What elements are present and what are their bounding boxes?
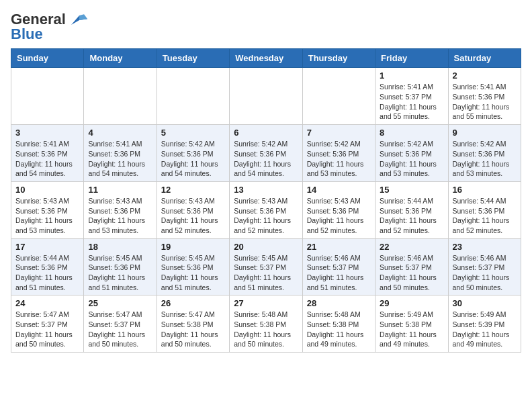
day-info: Sunrise: 5:47 AM Sunset: 5:38 PM Dayligh…: [161, 310, 225, 349]
calendar-cell: 16Sunrise: 5:44 AM Sunset: 5:36 PM Dayli…: [448, 181, 521, 238]
calendar-cell: 6Sunrise: 5:42 AM Sunset: 5:36 PM Daylig…: [230, 125, 302, 182]
calendar-cell: 28Sunrise: 5:48 AM Sunset: 5:38 PM Dayli…: [302, 295, 375, 353]
calendar-cell: 1Sunrise: 5:41 AM Sunset: 5:37 PM Daylig…: [375, 68, 448, 125]
day-number: 30: [453, 298, 517, 308]
calendar-cell: 13Sunrise: 5:43 AM Sunset: 5:36 PM Dayli…: [230, 181, 302, 238]
day-info: Sunrise: 5:43 AM Sunset: 5:36 PM Dayligh…: [15, 196, 79, 236]
calendar-cell: 4Sunrise: 5:41 AM Sunset: 5:36 PM Daylig…: [84, 125, 157, 182]
day-info: Sunrise: 5:43 AM Sunset: 5:36 PM Dayligh…: [161, 196, 225, 236]
day-number: 14: [307, 185, 371, 195]
day-info: Sunrise: 5:45 AM Sunset: 5:37 PM Dayligh…: [234, 253, 298, 293]
day-info: Sunrise: 5:41 AM Sunset: 5:36 PM Dayligh…: [15, 139, 79, 179]
day-number: 29: [380, 298, 443, 308]
day-number: 17: [15, 242, 79, 252]
day-number: 9: [453, 128, 517, 138]
calendar-cell: 25Sunrise: 5:47 AM Sunset: 5:37 PM Dayli…: [84, 295, 157, 353]
calendar-cell: 19Sunrise: 5:45 AM Sunset: 5:36 PM Dayli…: [157, 238, 229, 295]
day-number: 8: [380, 128, 443, 138]
day-info: Sunrise: 5:46 AM Sunset: 5:37 PM Dayligh…: [307, 253, 371, 293]
day-info: Sunrise: 5:45 AM Sunset: 5:36 PM Dayligh…: [161, 253, 225, 293]
day-number: 2: [453, 71, 517, 81]
day-info: Sunrise: 5:43 AM Sunset: 5:36 PM Dayligh…: [88, 196, 152, 236]
day-number: 6: [234, 128, 298, 138]
weekday-header-wednesday: Wednesday: [230, 49, 302, 68]
logo-bird-icon: [71, 14, 89, 26]
day-number: 22: [380, 242, 443, 252]
calendar-cell: 17Sunrise: 5:44 AM Sunset: 5:36 PM Dayli…: [11, 238, 84, 295]
calendar-cell: 24Sunrise: 5:47 AM Sunset: 5:37 PM Dayli…: [11, 295, 84, 353]
day-number: 4: [88, 128, 152, 138]
day-info: Sunrise: 5:49 AM Sunset: 5:38 PM Dayligh…: [380, 310, 443, 349]
day-number: 21: [307, 242, 371, 252]
weekday-header-tuesday: Tuesday: [157, 49, 229, 68]
calendar-cell: 29Sunrise: 5:49 AM Sunset: 5:38 PM Dayli…: [375, 295, 448, 353]
day-info: Sunrise: 5:43 AM Sunset: 5:36 PM Dayligh…: [234, 196, 298, 236]
day-info: Sunrise: 5:44 AM Sunset: 5:36 PM Dayligh…: [453, 196, 517, 236]
day-info: Sunrise: 5:41 AM Sunset: 5:36 PM Dayligh…: [88, 139, 152, 179]
calendar-week-row: 24Sunrise: 5:47 AM Sunset: 5:37 PM Dayli…: [11, 295, 521, 353]
calendar-table: SundayMondayTuesdayWednesdayThursdayFrid…: [11, 48, 521, 353]
calendar-cell: 7Sunrise: 5:42 AM Sunset: 5:36 PM Daylig…: [302, 125, 375, 182]
calendar-cell: 27Sunrise: 5:48 AM Sunset: 5:38 PM Dayli…: [230, 295, 302, 353]
calendar-cell: [302, 68, 375, 125]
day-info: Sunrise: 5:41 AM Sunset: 5:36 PM Dayligh…: [453, 82, 517, 122]
calendar-cell: [157, 68, 229, 125]
calendar-cell: 20Sunrise: 5:45 AM Sunset: 5:37 PM Dayli…: [230, 238, 302, 295]
day-info: Sunrise: 5:48 AM Sunset: 5:38 PM Dayligh…: [307, 310, 371, 349]
calendar-cell: 3Sunrise: 5:41 AM Sunset: 5:36 PM Daylig…: [11, 125, 84, 182]
day-info: Sunrise: 5:42 AM Sunset: 5:36 PM Dayligh…: [161, 139, 225, 179]
day-number: 23: [453, 242, 517, 252]
svg-marker-1: [79, 15, 87, 21]
day-info: Sunrise: 5:42 AM Sunset: 5:36 PM Dayligh…: [453, 139, 517, 179]
day-info: Sunrise: 5:49 AM Sunset: 5:39 PM Dayligh…: [453, 310, 517, 349]
day-info: Sunrise: 5:44 AM Sunset: 5:36 PM Dayligh…: [15, 253, 79, 293]
calendar-cell: [11, 68, 84, 125]
logo-text-general: General: [11, 11, 66, 28]
day-number: 26: [161, 298, 225, 308]
day-number: 19: [161, 242, 225, 252]
calendar-cell: [230, 68, 302, 125]
day-info: Sunrise: 5:41 AM Sunset: 5:37 PM Dayligh…: [380, 82, 443, 122]
calendar-week-row: 3Sunrise: 5:41 AM Sunset: 5:36 PM Daylig…: [11, 125, 521, 182]
calendar-cell: 18Sunrise: 5:45 AM Sunset: 5:36 PM Dayli…: [84, 238, 157, 295]
calendar-week-row: 17Sunrise: 5:44 AM Sunset: 5:36 PM Dayli…: [11, 238, 521, 295]
day-number: 15: [380, 185, 443, 195]
calendar-cell: 15Sunrise: 5:44 AM Sunset: 5:36 PM Dayli…: [375, 181, 448, 238]
calendar-cell: 8Sunrise: 5:42 AM Sunset: 5:36 PM Daylig…: [375, 125, 448, 182]
calendar-week-row: 10Sunrise: 5:43 AM Sunset: 5:36 PM Dayli…: [11, 181, 521, 238]
day-info: Sunrise: 5:45 AM Sunset: 5:36 PM Dayligh…: [88, 253, 152, 293]
weekday-header-monday: Monday: [84, 49, 157, 68]
day-number: 13: [234, 185, 298, 195]
day-number: 16: [453, 185, 517, 195]
weekday-header-sunday: Sunday: [11, 49, 84, 68]
calendar-header-row: SundayMondayTuesdayWednesdayThursdayFrid…: [11, 49, 521, 68]
day-info: Sunrise: 5:47 AM Sunset: 5:37 PM Dayligh…: [15, 310, 79, 349]
weekday-header-saturday: Saturday: [448, 49, 521, 68]
day-number: 5: [161, 128, 225, 138]
day-info: Sunrise: 5:43 AM Sunset: 5:36 PM Dayligh…: [307, 196, 371, 236]
calendar-cell: 22Sunrise: 5:46 AM Sunset: 5:37 PM Dayli…: [375, 238, 448, 295]
calendar-cell: 11Sunrise: 5:43 AM Sunset: 5:36 PM Dayli…: [84, 181, 157, 238]
calendar-cell: [84, 68, 157, 125]
logo-text-blue: Blue: [11, 26, 43, 43]
calendar-cell: 12Sunrise: 5:43 AM Sunset: 5:36 PM Dayli…: [157, 181, 229, 238]
calendar-cell: 9Sunrise: 5:42 AM Sunset: 5:36 PM Daylig…: [448, 125, 521, 182]
day-number: 12: [161, 185, 225, 195]
calendar-cell: 26Sunrise: 5:47 AM Sunset: 5:38 PM Dayli…: [157, 295, 229, 353]
day-number: 18: [88, 242, 152, 252]
day-number: 25: [88, 298, 152, 308]
day-number: 11: [88, 185, 152, 195]
day-info: Sunrise: 5:46 AM Sunset: 5:37 PM Dayligh…: [453, 253, 517, 293]
calendar-cell: 30Sunrise: 5:49 AM Sunset: 5:39 PM Dayli…: [448, 295, 521, 353]
day-number: 1: [380, 71, 443, 81]
weekday-header-thursday: Thursday: [302, 49, 375, 68]
day-info: Sunrise: 5:48 AM Sunset: 5:38 PM Dayligh…: [234, 310, 298, 349]
day-number: 27: [234, 298, 298, 308]
day-info: Sunrise: 5:42 AM Sunset: 5:36 PM Dayligh…: [380, 139, 443, 179]
day-info: Sunrise: 5:44 AM Sunset: 5:36 PM Dayligh…: [380, 196, 443, 236]
day-number: 10: [15, 185, 79, 195]
logo: General Blue: [11, 11, 89, 43]
calendar-cell: 2Sunrise: 5:41 AM Sunset: 5:36 PM Daylig…: [448, 68, 521, 125]
calendar-week-row: 1Sunrise: 5:41 AM Sunset: 5:37 PM Daylig…: [11, 68, 521, 125]
calendar-cell: 5Sunrise: 5:42 AM Sunset: 5:36 PM Daylig…: [157, 125, 229, 182]
